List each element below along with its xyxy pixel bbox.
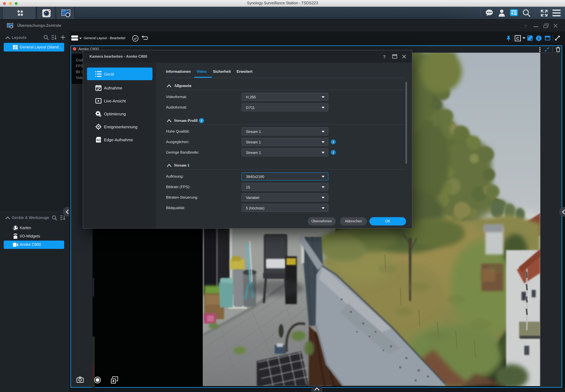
svg-text:C: C <box>516 36 519 41</box>
svg-text:SD: SD <box>96 139 100 142</box>
